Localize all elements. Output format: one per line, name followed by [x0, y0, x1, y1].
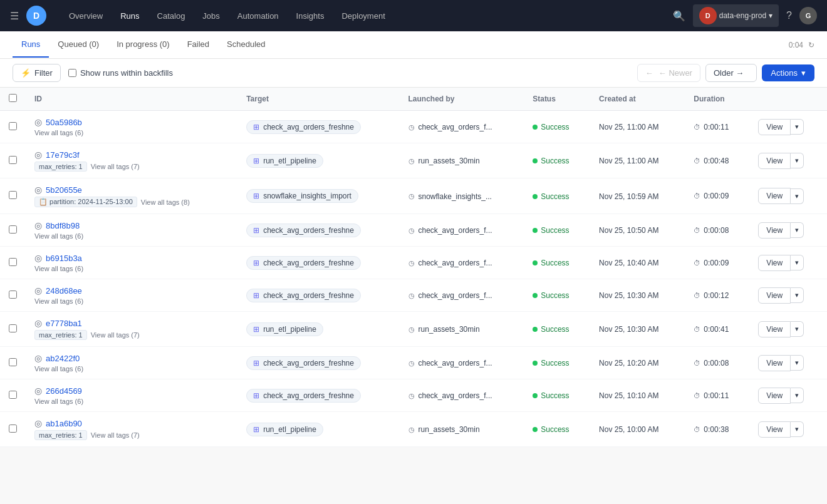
target-pill[interactable]: ⊞ run_etl_pipeline	[246, 322, 323, 336]
view-tags-link[interactable]: View all tags (6)	[34, 365, 83, 373]
view-tags-link[interactable]: View all tags (7)	[91, 163, 140, 170]
logo[interactable]: D	[26, 6, 46, 26]
nav-item-runs[interactable]: Runs	[113, 8, 147, 24]
runs-table: ID Target Launched by Status Created at …	[0, 88, 827, 447]
target-pill[interactable]: ⊞ check_avg_orders_freshne	[246, 356, 361, 370]
select-all-checkbox[interactable]	[9, 94, 17, 102]
tab-failed[interactable]: Failed	[179, 32, 218, 58]
newer-button[interactable]: ← ← Newer	[637, 64, 700, 82]
help-icon[interactable]: ?	[786, 10, 792, 21]
view-button[interactable]: View	[758, 355, 791, 371]
view-dropdown-button[interactable]: ▾	[791, 153, 804, 168]
nav-item-jobs[interactable]: Jobs	[195, 8, 227, 24]
nav-item-deployment[interactable]: Deployment	[334, 8, 392, 24]
target-pill[interactable]: ⊞ check_avg_orders_freshne	[246, 389, 361, 403]
target-pill[interactable]: ⊞ check_avg_orders_freshne	[246, 120, 361, 134]
row-checkbox[interactable]	[9, 324, 17, 332]
status-dot	[533, 361, 538, 366]
view-dropdown-button[interactable]: ▾	[791, 255, 804, 270]
view-dropdown-button[interactable]: ▾	[791, 355, 804, 371]
run-id-link[interactable]: 266d4569	[46, 386, 82, 396]
run-id-link[interactable]: 248d68ee	[46, 286, 82, 296]
row-checkbox[interactable]	[9, 225, 17, 234]
view-tags-link[interactable]: View all tags (6)	[34, 297, 83, 305]
actions-button[interactable]: Actions ▾	[762, 64, 814, 81]
row-checkbox[interactable]	[9, 291, 17, 299]
show-runs-checkbox[interactable]	[68, 69, 76, 77]
view-button[interactable]: View	[758, 222, 791, 239]
show-runs-checkbox-label[interactable]: Show runs within backfills	[68, 68, 173, 78]
view-button[interactable]: View	[758, 255, 791, 271]
run-id-link[interactable]: b6915b3a	[46, 254, 82, 263]
view-button[interactable]: View	[758, 119, 791, 135]
nav-item-automation[interactable]: Automation	[230, 8, 286, 24]
tab-runs[interactable]: Runs	[13, 32, 49, 58]
hamburger-icon[interactable]: ☰	[10, 10, 19, 22]
tab-scheduled[interactable]: Scheduled	[218, 32, 274, 58]
run-id-link[interactable]: 8bdf8b98	[46, 221, 80, 230]
view-dropdown-button[interactable]: ▾	[791, 222, 804, 238]
run-id-link[interactable]: ab2422f0	[46, 354, 80, 363]
view-dropdown-button[interactable]: ▾	[791, 188, 804, 204]
launched-pill[interactable]: ◷ check_avg_orders_f...	[408, 259, 492, 267]
launched-pill[interactable]: ◷ run_assets_30min	[408, 325, 480, 334]
view-tags-link[interactable]: View all tags (8)	[141, 198, 190, 206]
launched-pill[interactable]: ◷ run_assets_30min	[408, 425, 480, 434]
row-checkbox[interactable]	[9, 391, 17, 399]
row-checkbox[interactable]	[9, 358, 17, 366]
run-id-link[interactable]: e7778ba1	[46, 319, 82, 328]
run-id-link[interactable]: 5b20655e	[46, 185, 82, 195]
view-dropdown-button[interactable]: ▾	[791, 119, 804, 135]
view-dropdown-button[interactable]: ▾	[791, 421, 804, 437]
status-badge: Success	[533, 123, 569, 131]
target-pill[interactable]: ⊞ snowflake_insights_import	[246, 189, 358, 203]
row-checkbox[interactable]	[9, 156, 17, 164]
user-avatar[interactable]: G	[799, 7, 817, 24]
launched-pill[interactable]: ◷ check_avg_orders_f...	[408, 226, 492, 235]
row-checkbox[interactable]	[9, 122, 17, 130]
search-icon[interactable]: 🔍	[673, 10, 685, 22]
refresh-icon[interactable]: ↻	[808, 41, 814, 49]
view-tags-link[interactable]: View all tags (7)	[91, 431, 140, 439]
run-id-link[interactable]: 50a5986b	[46, 118, 82, 127]
view-button[interactable]: View	[758, 188, 791, 204]
view-tags-link[interactable]: View all tags (6)	[34, 265, 83, 272]
nav-item-catalog[interactable]: Catalog	[150, 8, 193, 24]
launched-pill[interactable]: ◷ check_avg_orders_f...	[408, 123, 492, 131]
table-scroll-area[interactable]: ID Target Launched by Status Created at …	[0, 88, 827, 447]
nav-item-overview[interactable]: Overview	[61, 8, 110, 24]
launched-pill[interactable]: ◷ snowflake_insights_...	[408, 192, 492, 201]
run-id-link[interactable]: ab1a6b90	[46, 419, 82, 428]
older-button[interactable]: Older →	[705, 64, 757, 82]
view-button[interactable]: View	[758, 287, 791, 304]
launched-pill[interactable]: ◷ run_assets_30min	[408, 157, 480, 165]
target-pill[interactable]: ⊞ check_avg_orders_freshne	[246, 224, 361, 237]
target-pill[interactable]: ⊞ run_etl_pipeline	[246, 154, 323, 168]
launched-pill[interactable]: ◷ check_avg_orders_f...	[408, 291, 492, 300]
view-tags-link[interactable]: View all tags (6)	[34, 398, 83, 405]
row-checkbox[interactable]	[9, 258, 17, 266]
target-pill[interactable]: ⊞ check_avg_orders_freshne	[246, 289, 361, 302]
nav-item-insights[interactable]: Insights	[289, 8, 332, 24]
view-dropdown-button[interactable]: ▾	[791, 321, 804, 337]
launched-pill[interactable]: ◷ check_avg_orders_f...	[408, 391, 492, 400]
target-pill[interactable]: ⊞ check_avg_orders_freshne	[246, 256, 361, 270]
view-tags-link[interactable]: View all tags (6)	[34, 129, 83, 136]
tab-in-progress[interactable]: In progress (0)	[108, 32, 179, 58]
workspace-selector[interactable]: D data-eng-prod ▾	[693, 4, 779, 27]
view-dropdown-button[interactable]: ▾	[791, 388, 804, 403]
run-id-link[interactable]: 17e79c3f	[46, 150, 80, 160]
launched-pill[interactable]: ◷ check_avg_orders_f...	[408, 359, 492, 368]
row-checkbox[interactable]	[9, 424, 17, 433]
target-pill[interactable]: ⊞ run_etl_pipeline	[246, 423, 323, 436]
view-tags-link[interactable]: View all tags (7)	[91, 331, 140, 339]
tab-queued[interactable]: Queued (0)	[49, 32, 108, 58]
view-button[interactable]: View	[758, 153, 791, 169]
view-button[interactable]: View	[758, 421, 791, 438]
view-dropdown-button[interactable]: ▾	[791, 287, 804, 303]
view-button[interactable]: View	[758, 388, 791, 404]
view-button[interactable]: View	[758, 321, 791, 337]
view-tags-link[interactable]: View all tags (6)	[34, 232, 83, 240]
filter-button[interactable]: ⚡ Filter	[13, 64, 61, 82]
row-checkbox[interactable]	[9, 191, 17, 199]
